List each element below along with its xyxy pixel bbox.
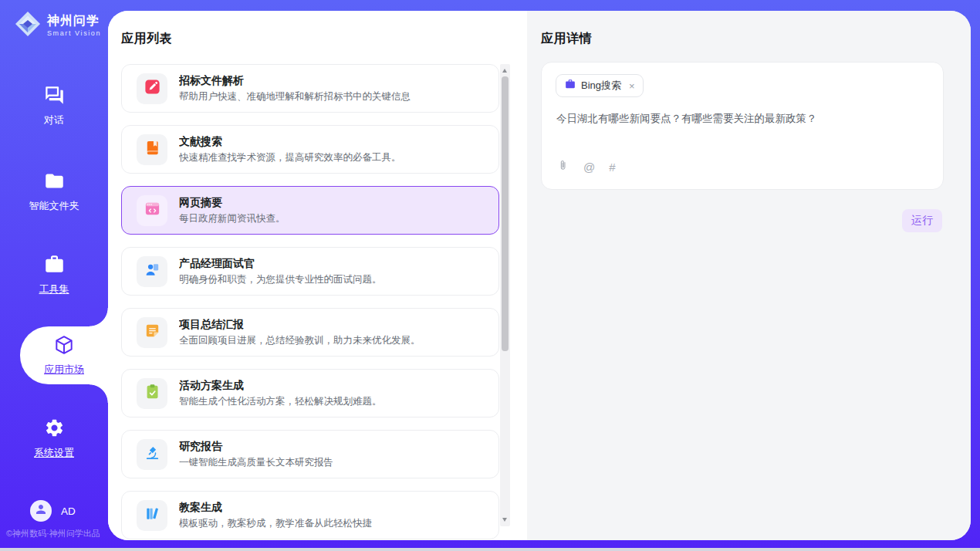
attachment-icon[interactable] (556, 159, 569, 175)
interviewer-icon (144, 261, 161, 282)
app-card-web-summary-selected[interactable]: 网页摘要 每日政府新闻资讯快查。 (121, 186, 499, 235)
app-list-panel: 应用列表 招标文件解析 帮助用户快速、准确地理解和解析招标书中的关键信息 (108, 11, 527, 540)
sidebar-item-label: 对话 (44, 113, 64, 127)
avatar (30, 500, 52, 522)
sidebar-item-smart-folder[interactable]: 智能文件夹 (0, 171, 108, 213)
app-card-title: 产品经理面试官 (179, 258, 382, 269)
app-card-list: 招标文件解析 帮助用户快速、准确地理解和解析招标书中的关键信息 文献搜索 快速精… (121, 64, 499, 540)
app-icon-box (137, 134, 167, 165)
scroll-up-arrow-icon[interactable] (502, 69, 507, 73)
app-card-title: 教案生成 (179, 502, 372, 512)
microscope-icon (144, 444, 161, 465)
app-card-title: 文献搜索 (179, 136, 401, 147)
run-button[interactable]: 运行 (902, 209, 942, 232)
scroll-down-arrow-icon[interactable] (502, 518, 507, 522)
app-detail-panel: 应用详情 Bing搜索 × 今日湖北有哪些新闻要点？有哪些需要关注的最新政策？ … (527, 11, 971, 540)
user-avatar-icon (34, 502, 48, 519)
app-card-desc: 帮助用户快速、准确地理解和解析招标书中的关键信息 (179, 92, 411, 103)
app-card-title: 招标文件解析 (179, 75, 411, 86)
chat-icon (44, 85, 65, 109)
app-card-desc: 每日政府新闻资讯快查。 (179, 214, 286, 225)
app-icon-box (137, 439, 167, 470)
diamond-logo-icon (14, 10, 42, 41)
sidebar-item-label: 系统设置 (34, 446, 74, 460)
sidebar: 神州问学 Smart Vision 对话 智能文件夹 工具集 (0, 0, 108, 551)
app-icon-box (137, 256, 167, 287)
folder-icon (44, 171, 65, 194)
app-card-title: 网页摘要 (179, 197, 286, 208)
logo-title: 神州问学 (47, 14, 101, 28)
sidebar-item-chat[interactable]: 对话 (0, 85, 108, 127)
app-card-project-summary[interactable]: 项目总结汇报 全面回顾项目进展，总结经验教训，助力未来优化发展。 (121, 308, 499, 357)
app-icon-box (137, 195, 167, 226)
app-card-literature-search[interactable]: 文献搜索 快速精准查找学术资源，提高研究效率的必备工具。 (121, 125, 499, 174)
tool-tag-label: Bing搜索 (581, 79, 621, 93)
browser-code-icon (144, 200, 161, 221)
scrollbar-thumb[interactable] (502, 76, 509, 351)
prompt-toolbar: @ # (556, 159, 616, 175)
app-list-title: 应用列表 (121, 31, 172, 47)
app-list-scrollbar[interactable] (500, 64, 510, 526)
prompt-card: Bing搜索 × 今日湖北有哪些新闻要点？有哪些需要关注的最新政策？ @ # (541, 62, 944, 190)
book-icon (144, 139, 161, 160)
sidebar-item-settings[interactable]: 系统设置 (0, 417, 108, 460)
user-initials: AD (61, 505, 76, 517)
app-card-research-report[interactable]: 研究报告 一键智能生成高质量长文本研究报告 (121, 430, 499, 478)
window-bottom-edge (0, 548, 980, 551)
close-icon[interactable]: × (629, 80, 635, 92)
app-window: 神州问学 Smart Vision 对话 智能文件夹 工具集 (0, 0, 980, 551)
app-card-tender-parse[interactable]: 招标文件解析 帮助用户快速、准确地理解和解析招标书中的关键信息 (121, 64, 499, 113)
app-icon-box (137, 73, 167, 104)
app-card-title: 项目总结汇报 (179, 319, 421, 330)
books-icon (144, 505, 161, 526)
active-tab-notch-bottom (90, 384, 108, 403)
sidebar-item-label: 工具集 (39, 282, 69, 296)
copyright-text: ©神州数码·神州问学出品 (6, 528, 100, 539)
app-icon-box (137, 500, 167, 531)
toolbox-icon (44, 254, 65, 278)
app-card-desc: 一键智能生成高质量长文本研究报告 (179, 458, 333, 468)
note-icon (144, 322, 161, 343)
user-account[interactable]: AD (30, 500, 76, 522)
app-logo: 神州问学 Smart Vision (14, 10, 101, 41)
sidebar-item-label: 智能文件夹 (29, 199, 79, 213)
mention-icon[interactable]: @ (583, 161, 595, 173)
sidebar-item-app-market-active[interactable]: 应用市场 (20, 326, 108, 384)
tool-tag-bing-search[interactable]: Bing搜索 × (556, 74, 644, 97)
cube-icon (53, 334, 75, 359)
app-card-pm-interviewer[interactable]: 产品经理面试官 明确身份和职责，为您提供专业性的面试问题。 (121, 247, 499, 296)
clipboard-check-icon (144, 383, 161, 404)
app-icon-box (137, 378, 167, 409)
hashtag-icon[interactable]: # (609, 161, 615, 173)
app-card-desc: 模板驱动，教案秒成，教学准备从此轻松快捷 (179, 519, 372, 529)
app-card-title: 研究报告 (179, 441, 333, 451)
app-detail-title: 应用详情 (541, 31, 592, 47)
app-card-desc: 智能生成个性化活动方案，轻松解决规划难题。 (179, 397, 382, 407)
sidebar-item-label: 应用市场 (44, 363, 84, 377)
prompt-text-input[interactable]: 今日湖北有哪些新闻要点？有哪些需要关注的最新政策？ (556, 111, 928, 127)
active-tab-notch-top (90, 308, 108, 326)
app-card-desc: 全面回顾项目进展，总结经验教训，助力未来优化发展。 (179, 336, 421, 346)
app-card-desc: 快速精准查找学术资源，提高研究效率的必备工具。 (179, 153, 401, 164)
gear-icon (44, 417, 65, 441)
app-icon-box (137, 317, 167, 348)
main-content: 应用列表 招标文件解析 帮助用户快速、准确地理解和解析招标书中的关键信息 (108, 11, 971, 540)
edit-square-icon (144, 78, 161, 99)
app-card-desc: 明确身份和职责，为您提供专业性的面试问题。 (179, 275, 382, 286)
briefcase-icon (565, 79, 576, 93)
sidebar-item-toolset[interactable]: 工具集 (0, 254, 108, 296)
app-card-title: 活动方案生成 (179, 380, 382, 390)
app-card-event-plan[interactable]: 活动方案生成 智能生成个性化活动方案，轻松解决规划难题。 (121, 369, 499, 417)
app-card-lesson-plan[interactable]: 教案生成 模板驱动，教案秒成，教学准备从此轻松快捷 (121, 491, 499, 539)
logo-subtitle: Smart Vision (47, 29, 101, 37)
